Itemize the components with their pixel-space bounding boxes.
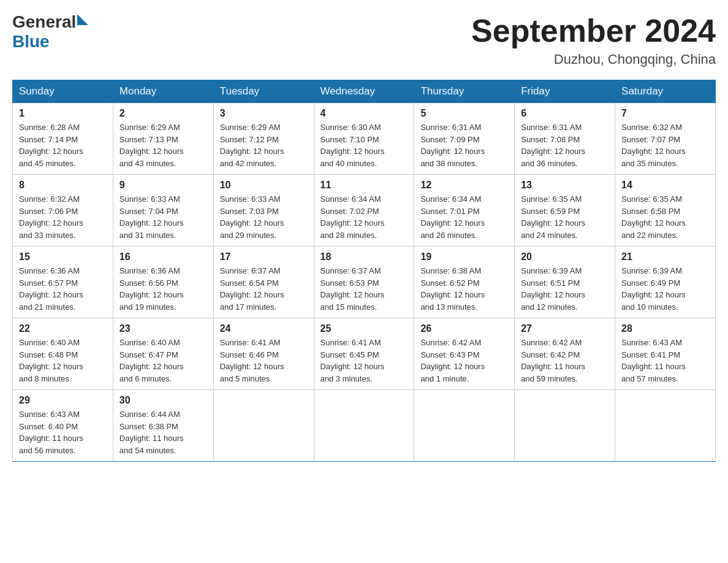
day-info: Sunrise: 6:44 AMSunset: 6:38 PMDaylight:…: [119, 408, 207, 456]
day-number: 26: [420, 323, 508, 334]
day-info: Sunrise: 6:40 AMSunset: 6:48 PMDaylight:…: [19, 337, 107, 385]
title-section: September 2024 Duzhou, Chongqing, China: [471, 12, 716, 67]
day-number: 7: [621, 108, 709, 119]
day-info: Sunrise: 6:32 AMSunset: 7:07 PMDaylight:…: [621, 121, 709, 169]
calendar-cell: 1 Sunrise: 6:28 AMSunset: 7:14 PMDayligh…: [13, 103, 113, 175]
calendar-week-row: 1 Sunrise: 6:28 AMSunset: 7:14 PMDayligh…: [13, 103, 716, 175]
calendar-cell: 25 Sunrise: 6:41 AMSunset: 6:45 PMDaylig…: [314, 318, 414, 390]
calendar-cell: 16 Sunrise: 6:36 AMSunset: 6:56 PMDaylig…: [113, 247, 213, 318]
header-saturday: Saturday: [615, 80, 716, 103]
calendar-cell: 27 Sunrise: 6:42 AMSunset: 6:42 PMDaylig…: [515, 318, 615, 390]
day-number: 1: [19, 108, 107, 119]
day-number: 22: [19, 323, 107, 334]
calendar-title: September 2024: [471, 12, 716, 49]
calendar-cell: [515, 390, 615, 462]
calendar-cell: 12 Sunrise: 6:34 AMSunset: 7:01 PMDaylig…: [414, 175, 515, 247]
day-info: Sunrise: 6:34 AMSunset: 7:01 PMDaylight:…: [420, 193, 508, 241]
calendar-cell: 15 Sunrise: 6:36 AMSunset: 6:57 PMDaylig…: [13, 247, 113, 318]
day-number: 17: [220, 251, 308, 262]
calendar-cell: 9 Sunrise: 6:33 AMSunset: 7:04 PMDayligh…: [113, 175, 213, 247]
calendar-week-row: 29 Sunrise: 6:43 AMSunset: 6:40 PMDaylig…: [13, 390, 716, 462]
calendar-table: SundayMondayTuesdayWednesdayThursdayFrid…: [12, 80, 716, 462]
day-info: Sunrise: 6:43 AMSunset: 6:41 PMDaylight:…: [621, 337, 709, 385]
calendar-cell: 21 Sunrise: 6:39 AMSunset: 6:49 PMDaylig…: [615, 247, 716, 318]
header-sunday: Sunday: [13, 80, 113, 103]
day-info: Sunrise: 6:32 AMSunset: 7:06 PMDaylight:…: [19, 193, 107, 241]
day-info: Sunrise: 6:30 AMSunset: 7:10 PMDaylight:…: [320, 121, 408, 169]
calendar-week-row: 15 Sunrise: 6:36 AMSunset: 6:57 PMDaylig…: [13, 247, 716, 318]
calendar-cell: 5 Sunrise: 6:31 AMSunset: 7:09 PMDayligh…: [414, 103, 515, 175]
day-info: Sunrise: 6:41 AMSunset: 6:45 PMDaylight:…: [320, 337, 408, 385]
calendar-cell: [213, 390, 314, 462]
day-number: 23: [119, 323, 207, 334]
day-info: Sunrise: 6:34 AMSunset: 7:02 PMDaylight:…: [320, 193, 408, 241]
calendar-cell: 28 Sunrise: 6:43 AMSunset: 6:41 PMDaylig…: [615, 318, 716, 390]
day-info: Sunrise: 6:36 AMSunset: 6:57 PMDaylight:…: [19, 265, 107, 313]
day-number: 25: [320, 323, 408, 334]
day-number: 20: [521, 251, 609, 262]
calendar-cell: 18 Sunrise: 6:37 AMSunset: 6:53 PMDaylig…: [314, 247, 414, 318]
day-number: 13: [521, 180, 609, 191]
day-info: Sunrise: 6:35 AMSunset: 6:58 PMDaylight:…: [621, 193, 709, 241]
logo-general-text: General: [12, 12, 76, 32]
page-header: General Blue September 2024 Duzhou, Chon…: [12, 12, 716, 67]
calendar-cell: 4 Sunrise: 6:30 AMSunset: 7:10 PMDayligh…: [314, 103, 414, 175]
day-number: 5: [420, 108, 508, 119]
day-info: Sunrise: 6:39 AMSunset: 6:51 PMDaylight:…: [521, 265, 609, 313]
day-number: 4: [320, 108, 408, 119]
day-info: Sunrise: 6:28 AMSunset: 7:14 PMDaylight:…: [19, 121, 107, 169]
day-number: 24: [220, 323, 308, 334]
calendar-header-row: SundayMondayTuesdayWednesdayThursdayFrid…: [13, 80, 716, 103]
calendar-cell: 6 Sunrise: 6:31 AMSunset: 7:08 PMDayligh…: [515, 103, 615, 175]
day-info: Sunrise: 6:31 AMSunset: 7:09 PMDaylight:…: [420, 121, 508, 169]
day-info: Sunrise: 6:38 AMSunset: 6:52 PMDaylight:…: [420, 265, 508, 313]
day-number: 21: [621, 251, 709, 262]
calendar-cell: 13 Sunrise: 6:35 AMSunset: 6:59 PMDaylig…: [515, 175, 615, 247]
calendar-cell: 7 Sunrise: 6:32 AMSunset: 7:07 PMDayligh…: [615, 103, 716, 175]
day-info: Sunrise: 6:42 AMSunset: 6:42 PMDaylight:…: [521, 337, 609, 385]
day-number: 11: [320, 180, 408, 191]
calendar-cell: [414, 390, 515, 462]
day-info: Sunrise: 6:40 AMSunset: 6:47 PMDaylight:…: [119, 337, 207, 385]
header-thursday: Thursday: [414, 80, 515, 103]
day-number: 19: [420, 251, 508, 262]
day-number: 10: [220, 180, 308, 191]
calendar-cell: 20 Sunrise: 6:39 AMSunset: 6:51 PMDaylig…: [515, 247, 615, 318]
day-info: Sunrise: 6:33 AMSunset: 7:04 PMDaylight:…: [119, 193, 207, 241]
calendar-cell: [314, 390, 414, 462]
day-info: Sunrise: 6:37 AMSunset: 6:54 PMDaylight:…: [220, 265, 308, 313]
calendar-cell: 2 Sunrise: 6:29 AMSunset: 7:13 PMDayligh…: [113, 103, 213, 175]
calendar-cell: 10 Sunrise: 6:33 AMSunset: 7:03 PMDaylig…: [213, 175, 314, 247]
calendar-cell: 17 Sunrise: 6:37 AMSunset: 6:54 PMDaylig…: [213, 247, 314, 318]
calendar-week-row: 8 Sunrise: 6:32 AMSunset: 7:06 PMDayligh…: [13, 175, 716, 247]
day-info: Sunrise: 6:35 AMSunset: 6:59 PMDaylight:…: [521, 193, 609, 241]
day-number: 18: [320, 251, 408, 262]
calendar-cell: 14 Sunrise: 6:35 AMSunset: 6:58 PMDaylig…: [615, 175, 716, 247]
calendar-cell: [615, 390, 716, 462]
day-info: Sunrise: 6:29 AMSunset: 7:12 PMDaylight:…: [220, 121, 308, 169]
day-info: Sunrise: 6:41 AMSunset: 6:46 PMDaylight:…: [220, 337, 308, 385]
day-info: Sunrise: 6:43 AMSunset: 6:40 PMDaylight:…: [19, 408, 107, 456]
day-number: 27: [521, 323, 609, 334]
calendar-cell: 29 Sunrise: 6:43 AMSunset: 6:40 PMDaylig…: [13, 390, 113, 462]
header-friday: Friday: [515, 80, 615, 103]
day-number: 29: [19, 395, 107, 406]
calendar-cell: 19 Sunrise: 6:38 AMSunset: 6:52 PMDaylig…: [414, 247, 515, 318]
logo-blue-text: Blue: [12, 32, 88, 52]
calendar-cell: 24 Sunrise: 6:41 AMSunset: 6:46 PMDaylig…: [213, 318, 314, 390]
header-monday: Monday: [113, 80, 213, 103]
day-info: Sunrise: 6:36 AMSunset: 6:56 PMDaylight:…: [119, 265, 207, 313]
header-tuesday: Tuesday: [213, 80, 314, 103]
day-info: Sunrise: 6:42 AMSunset: 6:43 PMDaylight:…: [420, 337, 508, 385]
day-number: 6: [521, 108, 609, 119]
day-info: Sunrise: 6:31 AMSunset: 7:08 PMDaylight:…: [521, 121, 609, 169]
calendar-cell: 8 Sunrise: 6:32 AMSunset: 7:06 PMDayligh…: [13, 175, 113, 247]
calendar-cell: 11 Sunrise: 6:34 AMSunset: 7:02 PMDaylig…: [314, 175, 414, 247]
day-number: 2: [119, 108, 207, 119]
logo-triangle-icon: [77, 14, 88, 25]
calendar-cell: 23 Sunrise: 6:40 AMSunset: 6:47 PMDaylig…: [113, 318, 213, 390]
day-number: 14: [621, 180, 709, 191]
calendar-cell: 30 Sunrise: 6:44 AMSunset: 6:38 PMDaylig…: [113, 390, 213, 462]
day-number: 9: [119, 180, 207, 191]
day-info: Sunrise: 6:29 AMSunset: 7:13 PMDaylight:…: [119, 121, 207, 169]
